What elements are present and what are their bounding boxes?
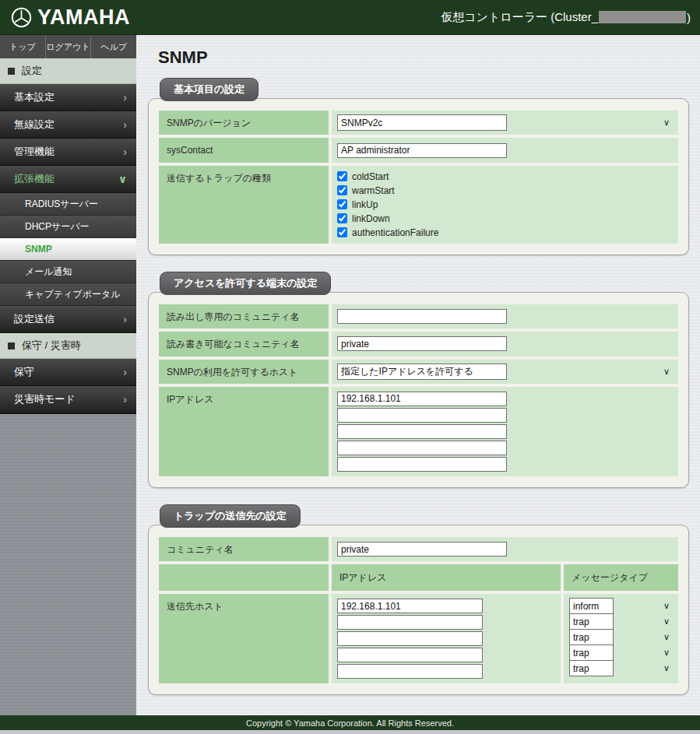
sidebar-item-label: 保守 (14, 365, 34, 379)
snmp-version-select[interactable]: SNMPv2c (337, 114, 507, 131)
snmp-version-label: SNMPのバージョン (159, 111, 329, 135)
sidebar-item-label: 災害時モード (14, 392, 76, 406)
allowed-host-select[interactable]: 指定したIPアドレスを許可する (337, 363, 507, 380)
ro-community-label: 読み出し専用のコミュニティ名 (159, 304, 329, 328)
trap-types-label: 送信するトラップの種類 (159, 166, 329, 244)
sidebar-item-maintenance[interactable]: 保守 › (0, 359, 136, 386)
trap-type-select-1[interactable]: inform (569, 598, 614, 614)
trap-community-input[interactable] (337, 542, 507, 557)
sidebar-item-basic-settings[interactable]: 基本設定 › (0, 84, 136, 111)
allowed-ip-input-1[interactable] (337, 392, 507, 406)
sidebar-item-mail-notification[interactable]: メール通知 (0, 261, 136, 283)
trap-host-ip-input-5[interactable] (337, 664, 483, 679)
section-access-panel: 読み出し専用のコミュニティ名 読み書き可能なコミュニティ名 SNMPの利用を許可… (148, 292, 689, 488)
section-basic: 基本項目の設定 SNMPのバージョン SNMPv2c ∨ sy (148, 78, 689, 255)
sidebar-item-dhcp-server[interactable]: DHCPサーバー (0, 216, 136, 238)
trap-coldstart-label: coldStart (352, 171, 389, 182)
sidebar-item-label: 管理機能 (14, 145, 55, 159)
trap-table-empty-header (159, 564, 329, 591)
chevron-right-icon: › (123, 91, 127, 104)
tab-top[interactable]: トップ (0, 35, 46, 58)
section-trap-dest-title: トラップの送信先の設定 (160, 504, 301, 528)
redaction-box (599, 11, 686, 23)
section-trap-dest: トラップの送信先の設定 コミュニティ名 IPアドレス メッセージタイプ 送信先ホ… (148, 504, 689, 695)
sidebar-tabs: トップ ログアウト ヘルプ (0, 35, 136, 58)
chevron-down-icon: ∨ (663, 118, 670, 128)
sidebar-item-management[interactable]: 管理機能 › (0, 139, 136, 166)
allowed-ip-input-4[interactable] (337, 441, 507, 455)
sidebar-item-label: メール通知 (25, 265, 72, 279)
trap-type-select-2[interactable]: trap (569, 613, 614, 630)
trap-type-select-3[interactable]: trap (569, 629, 614, 645)
sidebar: トップ ログアウト ヘルプ 設定 基本設定 › 無線設定 › 管理機能 › 拡 (0, 35, 136, 715)
syscontact-input[interactable] (337, 143, 507, 158)
chevron-down-icon: ∨ (663, 367, 670, 377)
trap-type-select-wrap-3: trap ∨ (569, 629, 673, 644)
footer-strip (0, 730, 700, 734)
sidebar-item-radius-server[interactable]: RADIUSサーバー (0, 193, 136, 216)
syscontact-label: sysContact (159, 138, 329, 162)
sidebar-section-config: 設定 (0, 58, 136, 84)
square-bullet-icon (8, 68, 15, 75)
sidebar-item-label: キャプティブポータル (25, 288, 121, 301)
chevron-right-icon: › (123, 366, 127, 378)
tab-help[interactable]: ヘルプ (91, 35, 136, 58)
chevron-down-icon: ∨ (118, 173, 127, 185)
brand-text: YAMAHA (37, 5, 130, 30)
tab-logout[interactable]: ログアウト (46, 35, 92, 58)
allowed-ip-input-5[interactable] (337, 457, 507, 472)
trap-type-select-4[interactable]: trap (569, 644, 614, 661)
section-access: アクセスを許可する端末の設定 読み出し専用のコミュニティ名 読み書き可能なコミュ… (148, 272, 689, 488)
copyright-text: Copyright © Yamaha Corporation. All Righ… (246, 718, 454, 728)
sidebar-item-label: RADIUSサーバー (25, 198, 98, 211)
trap-linkdown-label: linkDown (352, 213, 390, 224)
sidebar-item-snmp[interactable]: SNMP (0, 238, 136, 261)
rw-community-input[interactable] (337, 336, 507, 351)
sidebar-item-config-send[interactable]: 設定送信 › (0, 306, 136, 333)
sidebar-item-label: SNMP (25, 244, 52, 255)
sidebar-item-label: 基本設定 (14, 90, 55, 104)
trap-authfail-checkbox[interactable] (337, 227, 347, 237)
trap-linkdown-row: linkDown (337, 212, 673, 226)
trap-type-select-wrap-2: trap ∨ (569, 613, 673, 629)
rw-community-label: 読み書き可能なコミュニティ名 (159, 332, 329, 356)
trap-linkup-checkbox[interactable] (337, 199, 347, 209)
allowed-ip-input-2[interactable] (337, 408, 507, 423)
sidebar-item-extended-features[interactable]: 拡張機能 ∨ (0, 166, 136, 193)
trap-warmstart-label: warmStart (352, 185, 395, 196)
controller-title-suffix: ) (687, 11, 691, 24)
section-access-title: アクセスを許可する端末の設定 (160, 272, 331, 295)
trap-table-type-header: メッセージタイプ (564, 564, 678, 591)
yamaha-logo-icon (11, 7, 32, 28)
chevron-down-icon: ∨ (663, 663, 670, 673)
trap-host-ip-input-3[interactable] (337, 631, 483, 646)
trap-type-select-wrap-1: inform ∨ (569, 598, 673, 613)
trap-linkdown-checkbox[interactable] (337, 213, 347, 223)
trap-linkup-label: linkUp (352, 199, 378, 210)
trap-coldstart-row: coldStart (337, 170, 673, 184)
sidebar-item-wireless-settings[interactable]: 無線設定 › (0, 111, 136, 139)
trap-host-ip-input-4[interactable] (337, 648, 483, 662)
sidebar-item-disaster-mode[interactable]: 災害時モード › (0, 386, 136, 413)
trap-linkup-row: linkUp (337, 198, 673, 212)
chevron-right-icon: › (123, 393, 127, 406)
trap-warmstart-checkbox[interactable] (337, 185, 347, 195)
trap-host-ip-input-2[interactable] (337, 615, 483, 630)
trap-host-ip-input-1[interactable] (337, 599, 483, 613)
section-trap-dest-panel: コミュニティ名 IPアドレス メッセージタイプ 送信先ホスト (148, 525, 689, 695)
trap-type-select-5[interactable]: trap (569, 660, 614, 676)
allowed-host-select-wrap: 指定したIPアドレスを許可する ∨ (337, 363, 673, 380)
trap-coldstart-checkbox[interactable] (337, 171, 347, 181)
sidebar-filler (0, 413, 136, 715)
allowed-ip-input-3[interactable] (337, 424, 507, 439)
section-basic-title: 基本項目の設定 (160, 78, 259, 101)
trap-type-select-wrap-4: trap ∨ (569, 644, 673, 660)
page-title: SNMP (136, 35, 700, 78)
chevron-down-icon: ∨ (663, 616, 670, 627)
chevron-right-icon: › (123, 146, 127, 158)
ro-community-input[interactable] (337, 309, 507, 324)
chevron-right-icon: › (123, 313, 127, 325)
chevron-down-icon: ∨ (663, 632, 670, 642)
sidebar-item-captive-portal[interactable]: キャプティブポータル (0, 283, 136, 306)
sidebar-item-label: DHCPサーバー (25, 220, 90, 234)
